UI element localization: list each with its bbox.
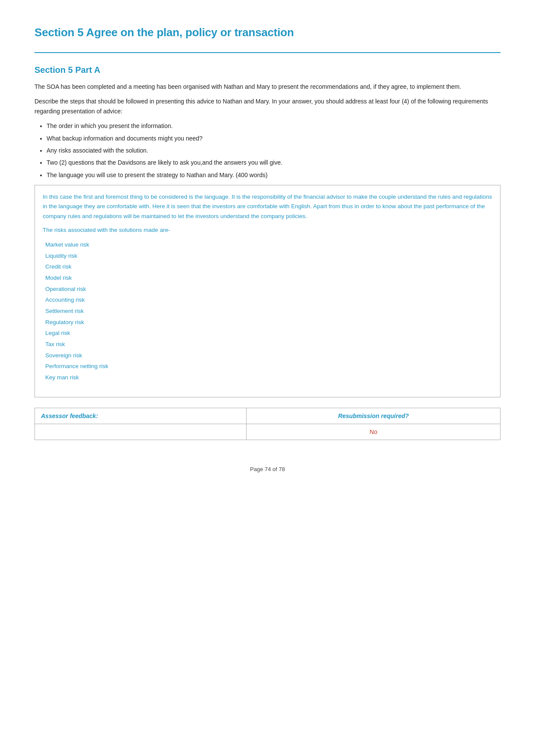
risk-item: Tax risk bbox=[43, 339, 492, 350]
list-item: Any risks associated with the solution. bbox=[47, 146, 501, 155]
list-item: The language you will use to present the… bbox=[47, 170, 501, 180]
risk-item: Accounting risk bbox=[43, 294, 492, 306]
page-footer: Page 74 of 78 bbox=[34, 466, 501, 472]
risk-item: Legal risk bbox=[43, 328, 492, 339]
assessor-feedback-header: Assessor feedback: bbox=[35, 408, 247, 424]
risk-item: Key man risk bbox=[43, 372, 492, 383]
feedback-table: Assessor feedback: Resubmission required… bbox=[34, 408, 501, 440]
requirements-list: The order in which you present the infor… bbox=[47, 121, 501, 180]
risk-item: Operational risk bbox=[43, 284, 492, 295]
risk-item: Credit risk bbox=[43, 261, 492, 272]
page-title: Section 5 Agree on the plan, policy or t… bbox=[34, 26, 501, 39]
list-item: The order in which you present the infor… bbox=[47, 121, 501, 131]
risks-intro: The risks associated with the solutions … bbox=[43, 225, 492, 235]
intro-paragraph-1: The SOA has been completed and a meeting… bbox=[34, 82, 501, 91]
risk-item: Settlement risk bbox=[43, 306, 492, 317]
resubmission-header: Resubmission required? bbox=[247, 408, 501, 424]
answer-box: In this case the first and foremost thin… bbox=[34, 185, 501, 397]
risk-item: Liquidity risk bbox=[43, 250, 492, 262]
resubmission-value-cell: No bbox=[247, 424, 501, 440]
intro-paragraph-2: Describe the steps that should be follow… bbox=[34, 97, 501, 116]
title-divider bbox=[34, 52, 501, 53]
risk-item: Market value risk bbox=[43, 239, 492, 250]
list-item: What backup information and documents mi… bbox=[47, 134, 501, 143]
risk-item: Regulatory risk bbox=[43, 317, 492, 328]
list-item: Two (2) questions that the Davidsons are… bbox=[47, 158, 501, 167]
risk-item: Model risk bbox=[43, 272, 492, 284]
section-subtitle: Section 5 Part A bbox=[34, 65, 501, 75]
risk-item: Performance netting risk bbox=[43, 361, 492, 372]
answer-paragraph: In this case the first and foremost thin… bbox=[43, 192, 492, 221]
assessor-feedback-cell bbox=[35, 424, 247, 440]
risk-item: Sovereign risk bbox=[43, 350, 492, 361]
risks-list: Market value risk Liquidity risk Credit … bbox=[43, 239, 492, 383]
